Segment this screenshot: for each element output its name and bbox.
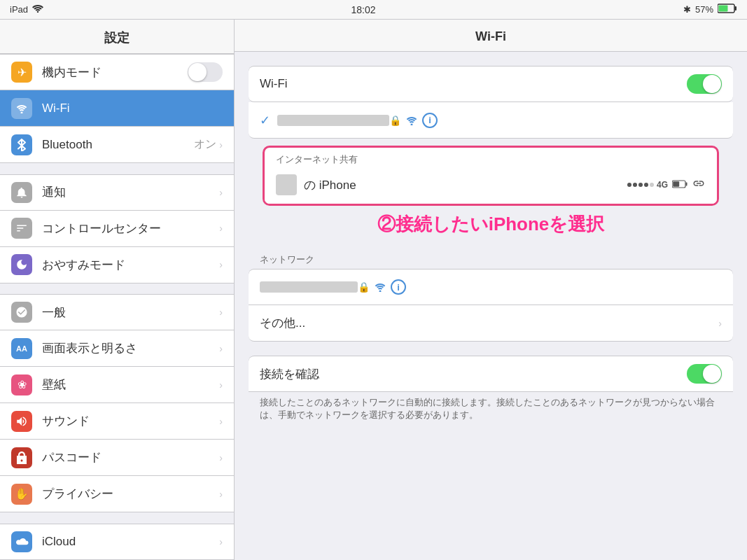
bluetooth-value: オン (194, 137, 216, 152)
donotdisturb-icon (11, 254, 32, 275)
confirm-label: 接続を確認 (260, 366, 687, 382)
other-network-name (260, 281, 358, 293)
sidebar: 設定 ✈ 機内モード Wi-Fi (0, 20, 235, 560)
status-left: iPad (10, 4, 43, 15)
notification-chevron: › (219, 187, 223, 198)
sidebar-item-icloud-label: iCloud (42, 535, 219, 549)
networks-section-header: ネットワーク (249, 248, 733, 269)
sidebar-item-donotdisturb[interactable]: おやすみモード › (0, 247, 234, 284)
sidebar-group-preferences: 一般 › AA 画面表示と明るさ › ❀ 壁紙 › サウンド › (0, 294, 234, 512)
sidebar-group-cloud: iCloud › (0, 524, 234, 560)
link-icon (692, 177, 706, 193)
wifi-toggle-knob (703, 75, 721, 93)
connected-network-info[interactable]: i (422, 113, 438, 128)
spacer-2 (0, 284, 234, 295)
privacy-chevron: › (219, 489, 223, 500)
icloud-chevron: › (219, 536, 223, 547)
network-row-1[interactable]: 🔒 i (249, 269, 733, 305)
confirm-toggle-knob (703, 365, 721, 383)
sidebar-item-wallpaper[interactable]: ❀ 壁紙 › (0, 367, 234, 403)
iphone-name: の iPhone (304, 177, 627, 193)
lock-icon: 🔒 (389, 115, 401, 126)
sidebar-item-notification[interactable]: 通知 › (0, 174, 234, 211)
status-bar: iPad 18:02 ✱ 57% (0, 0, 747, 20)
sidebar-item-bluetooth[interactable]: Bluetooth オン › (0, 127, 234, 163)
wifi-toggle[interactable] (687, 74, 722, 94)
general-icon (11, 302, 32, 323)
wifi-toggle-label: Wi-Fi (260, 77, 687, 91)
display-chevron: › (219, 343, 223, 354)
connected-network-icons: 🔒 i (389, 113, 438, 128)
internet-sharing-label: インターネット共有 (265, 148, 717, 169)
status-time: 18:02 (351, 4, 375, 15)
sidebar-item-icloud[interactable]: iCloud › (0, 524, 234, 560)
sidebar-item-display[interactable]: AA 画面表示と明るさ › (0, 330, 234, 367)
svg-point-5 (411, 123, 413, 125)
svg-rect-3 (718, 6, 727, 12)
confirm-row[interactable]: 接続を確認 (249, 356, 733, 392)
dot-3 (638, 183, 643, 187)
sidebar-item-privacy-label: プライバシー (42, 486, 219, 502)
internet-sharing-row[interactable]: の iPhone 4G (265, 169, 717, 204)
other-wifi-icon (374, 282, 386, 292)
control-chevron: › (219, 223, 223, 234)
status-right: ✱ 57% (683, 4, 737, 15)
networks-section: ネットワーク 🔒 i そ (249, 248, 733, 342)
checkmark-icon: ✓ (260, 113, 270, 128)
spacer-1 (0, 163, 234, 174)
wifi-toggle-row[interactable]: Wi-Fi (249, 66, 733, 102)
sidebar-item-privacy[interactable]: ✋ プライバシー › (0, 476, 234, 512)
battery-icon (718, 4, 737, 15)
dot-5 (650, 183, 654, 187)
spacer-3 (0, 512, 234, 524)
sidebar-item-passcode-label: パスコード (42, 449, 219, 465)
sidebar-item-airplane[interactable]: ✈ 機内モード (0, 54, 234, 90)
iphone-placeholder (276, 174, 297, 195)
icloud-icon (11, 531, 32, 552)
sidebar-item-notification-label: 通知 (42, 184, 219, 200)
internet-sharing-container: インターネット共有 の iPhone 4G (249, 146, 733, 206)
general-chevron: › (219, 307, 223, 318)
sidebar-item-sound[interactable]: サウンド › (0, 403, 234, 440)
wifi-toggle-section: Wi-Fi (249, 66, 733, 102)
display-icon: AA (11, 338, 32, 359)
sidebar-item-general[interactable]: 一般 › (0, 294, 234, 330)
airplane-toggle[interactable] (188, 62, 223, 82)
battery-percentage: 57% (695, 4, 713, 15)
sidebar-item-control-label: コントロールセンター (42, 220, 219, 237)
confirm-toggle[interactable] (687, 364, 722, 384)
connected-network-section: ✓ 🔒 i (249, 102, 733, 139)
sidebar-item-donotdisturb-label: おやすみモード (42, 257, 219, 273)
battery-mini-icon (672, 179, 687, 190)
sidebar-item-airplane-label: 機内モード (42, 64, 188, 80)
connected-network-row[interactable]: ✓ 🔒 i (249, 102, 733, 139)
sidebar-item-wifi[interactable]: Wi-Fi (0, 90, 234, 127)
other-network-row[interactable]: その他... › (249, 305, 733, 342)
badge-4g: 4G (657, 180, 668, 190)
other-network-info[interactable]: i (391, 279, 406, 295)
sound-icon (11, 411, 32, 432)
sidebar-item-general-label: 一般 (42, 304, 219, 321)
confirm-section: 接続を確認 接続したことのあるネットワークに自動的に接続します。接続したことのあ… (249, 356, 733, 421)
wifi-sidebar-icon (11, 98, 32, 119)
content-header: Wi-Fi (235, 20, 747, 52)
svg-rect-7 (686, 183, 687, 186)
passcode-chevron: › (219, 452, 223, 463)
other-chevron: › (718, 318, 722, 329)
bluetooth-chevron: › (219, 139, 223, 150)
airplane-icon: ✈ (11, 62, 32, 83)
svg-rect-2 (734, 6, 736, 10)
dot-2 (633, 183, 637, 187)
annotation-spacer (235, 213, 747, 248)
dot-4 (644, 183, 648, 187)
other-lock-icon: 🔒 (358, 281, 370, 293)
sidebar-item-bluetooth-label: Bluetooth (42, 138, 194, 152)
dot-1 (627, 183, 631, 187)
svg-point-9 (379, 290, 382, 293)
sidebar-item-passcode[interactable]: パスコード › (0, 440, 234, 476)
svg-rect-8 (673, 181, 679, 187)
sidebar-title: 設定 (0, 20, 234, 54)
sidebar-item-control[interactable]: コントロールセンター › (0, 211, 234, 247)
sidebar-item-wallpaper-label: 壁紙 (42, 377, 219, 393)
wifi-strength-icon (405, 115, 418, 125)
